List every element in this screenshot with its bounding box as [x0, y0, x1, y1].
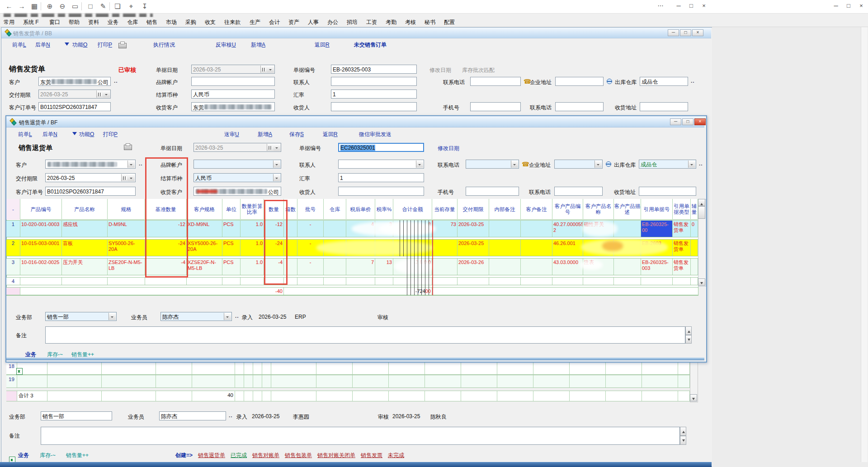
outer-frame-minimize-button[interactable]: ─	[831, 1, 841, 11]
toolbar-link-打印[interactable]: 打印P	[103, 131, 118, 138]
menu-item-6[interactable]: 仓库	[127, 19, 138, 26]
outer-note-scroll-up[interactable]	[680, 427, 686, 436]
outer-frame-close-button[interactable]: ×	[856, 1, 866, 11]
window-minimize-button[interactable]: ─	[674, 1, 684, 11]
menu-item-22[interactable]: 配置	[444, 19, 455, 26]
column-header-ref[interactable]: 引用单据号	[641, 199, 673, 220]
create-link-1[interactable]: 已完成	[231, 452, 247, 459]
zoom-in-icon[interactable]: ⊕	[45, 2, 54, 11]
menu-item-16[interactable]: 办公	[327, 19, 338, 26]
column-header-reftype[interactable]: 引用单据类型	[673, 199, 691, 220]
create-link-6[interactable]: 未完成	[388, 452, 404, 459]
table-scroll-up-button[interactable]	[698, 199, 705, 206]
company-address-field[interactable]	[555, 77, 604, 86]
menu-item-20[interactable]: 考核	[405, 19, 416, 26]
contact-tel-2-field[interactable]	[555, 102, 604, 111]
menu-item-7[interactable]: 销售	[146, 19, 157, 26]
menu-item-18[interactable]: 工资	[366, 19, 377, 26]
toolbar-link-打印[interactable]: 打印P	[98, 41, 112, 49]
order-date-calendar-button[interactable]	[260, 66, 267, 73]
return-currency-field[interactable]: 人民币	[193, 173, 281, 182]
column-header-price[interactable]: 税后单价	[346, 199, 375, 220]
return-contact-tel-field[interactable]	[466, 160, 519, 169]
back-icon[interactable]: ←	[5, 2, 14, 11]
menu-item-1[interactable]: 系统 F	[23, 19, 39, 26]
outer-stock-link[interactable]: 库存-~	[40, 452, 56, 459]
outer-biz-link[interactable]: 业务	[18, 452, 29, 459]
return-mobile-field[interactable]	[466, 187, 519, 196]
zoom-out-icon[interactable]: ⊖	[58, 2, 67, 11]
toolbar-link-新增[interactable]: 新增A	[258, 131, 272, 138]
window-close-button[interactable]: ×	[699, 1, 709, 11]
inner-close-button[interactable]: ×	[694, 118, 706, 125]
return-company-address-dropdown-button[interactable]	[594, 160, 602, 168]
menu-item-8[interactable]: 市场	[166, 19, 177, 26]
inner-agent-more-button[interactable]: ..	[235, 313, 239, 319]
new-window-icon[interactable]: □	[86, 2, 95, 11]
toolbar-link-后单[interactable]: 后单N	[35, 41, 50, 49]
printer-icon[interactable]	[118, 43, 127, 48]
return-exchange-rate-field[interactable]: 1	[338, 173, 424, 182]
column-header-deliver[interactable]: 交付期限	[458, 199, 489, 220]
return-receiving-address-field[interactable]	[639, 187, 696, 196]
inner-maximize-button[interactable]: □	[682, 118, 693, 125]
column-header-num[interactable]: -	[6, 199, 20, 220]
create-link-3[interactable]: 销售包装单	[285, 452, 312, 459]
return-order-date-dropdown-button[interactable]	[273, 144, 280, 151]
create-link-0[interactable]: 销售退货单	[198, 452, 225, 459]
warehouse-field[interactable]: 成品仓	[640, 77, 688, 86]
app-vertical-scrollbar[interactable]	[861, 27, 868, 462]
create-link-5[interactable]: 销售发票	[361, 452, 382, 459]
window-maximize-button[interactable]: □	[686, 1, 696, 11]
return-currency-dropdown-button[interactable]	[273, 174, 280, 181]
column-header-aux[interactable]: 辅量	[691, 199, 698, 220]
inner-agent-field[interactable]: 陈亦杰	[160, 312, 232, 321]
table-row-4[interactable]: 4	[6, 277, 698, 285]
toolbar-link-返回[interactable]: 返回R	[323, 131, 338, 138]
outer-table-row-18[interactable]: 18	[6, 362, 690, 375]
return-company-address-field[interactable]	[554, 160, 603, 169]
column-header-ratio[interactable]: 数量折算比率	[241, 199, 264, 220]
receiver-field[interactable]	[331, 102, 417, 111]
toolbar-link-前单[interactable]: 前单L	[12, 41, 26, 49]
column-header-name[interactable]: 产品名称	[62, 199, 108, 220]
exchange-rate-field[interactable]: 1	[331, 90, 417, 99]
table-scroll-thumb[interactable]	[698, 206, 705, 219]
toolbar-link-未交销售订单[interactable]: 未交销售订单	[354, 41, 387, 49]
outer-table-row-19[interactable]: 19	[6, 375, 690, 388]
inner-window-titlebar[interactable]: 销售退货单 / BF─□×	[6, 116, 704, 127]
toolbar-link-执行情况[interactable]: 执行情况	[153, 41, 175, 49]
download-icon[interactable]: ↧	[140, 2, 149, 11]
toolbar-link-新增[interactable]: 新增A	[251, 41, 265, 49]
return-receiver-field[interactable]	[338, 187, 424, 196]
inner-note-scroll-up[interactable]	[685, 326, 692, 335]
toolbar-link-后单[interactable]: 后单N	[42, 131, 57, 138]
column-header-amount[interactable]: 合计金额	[393, 199, 432, 220]
select-icon[interactable]: ⌖	[127, 2, 136, 11]
menu-item-13[interactable]: 会计	[269, 19, 280, 26]
column-header-tax[interactable]: 税率%	[375, 199, 393, 220]
outer-note-scroll-down[interactable]	[680, 436, 686, 445]
outer-frame-maximize-button[interactable]: □	[844, 1, 854, 11]
return-doc-number-field[interactable]: EC260325001	[338, 143, 424, 152]
customer-po-field[interactable]: B01102SPO260371847	[38, 102, 111, 111]
outer-minimize-button[interactable]: ─	[668, 29, 679, 36]
printer-icon[interactable]	[124, 145, 132, 150]
toolbar-link-返回[interactable]: 返回R	[315, 41, 330, 49]
column-header-batch[interactable]: 批号	[297, 199, 324, 220]
delivery-date-field[interactable]: 2026-03-25	[38, 90, 111, 99]
apps-grid-icon[interactable]: ▦	[30, 2, 39, 11]
toolbar-link-保存[interactable]: 保存S	[289, 131, 304, 138]
column-header-wh[interactable]: 仓库	[324, 199, 346, 220]
receiving-address-field[interactable]	[640, 102, 688, 111]
menu-item-5[interactable]: 业务	[108, 19, 118, 26]
menu-item-14[interactable]: 资产	[288, 19, 299, 26]
column-header-cnote[interactable]: 客户备注	[521, 199, 552, 220]
forward-icon[interactable]: →	[17, 2, 26, 11]
currency-field[interactable]: 人民币	[191, 90, 275, 99]
return-contact-tel-dropdown-button[interactable]	[511, 160, 518, 168]
actual-size-icon[interactable]: ▭	[71, 2, 80, 11]
edit-icon[interactable]: ✎	[99, 2, 108, 11]
menu-item-0[interactable]: 常用	[4, 19, 14, 26]
toolbar-link-微信审批发送[interactable]: 微信审批发送	[359, 131, 392, 138]
